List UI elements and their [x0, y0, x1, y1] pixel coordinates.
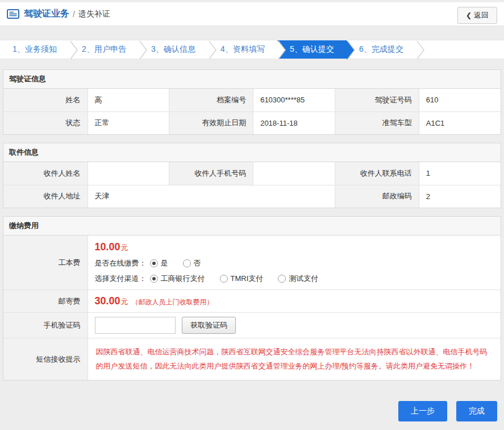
field-value-recipient-name	[88, 162, 169, 185]
field-value-recipient-phone: 1	[419, 162, 501, 185]
step-1-business-notice[interactable]: 1、业务须知	[0, 40, 69, 59]
field-label-sms-notice: 短信接收提示	[3, 338, 88, 381]
field-label-sms-code: 手机验证码	[3, 313, 88, 338]
field-label-status: 状态	[3, 111, 88, 134]
step-label: 6、完成提交	[359, 44, 403, 55]
radio-label: 测试支付	[289, 274, 318, 284]
field-label-recipient-phone: 收件人联系电话	[335, 162, 419, 185]
pickup-section-title: 取件信息	[3, 143, 501, 162]
field-value-expiry-date: 2018-11-18	[253, 111, 335, 134]
back-button[interactable]: ❮ 返回	[457, 7, 497, 24]
production-fee-amount: 10.00元	[95, 241, 494, 253]
radio-channel-tmri[interactable]: TMRI支付	[220, 274, 264, 284]
field-label-recipient-address: 收件人地址	[3, 185, 88, 208]
table-row: 短信接收提示 因陕西省联通、电信运营商技术问题，陕西省互联网交通安全综合服务管理…	[3, 338, 501, 381]
table-row: 状态 正常 有效期止日期 2018-11-18 准驾车型 A1C1	[3, 111, 501, 134]
payment-table: 工本费 10.00元 是否在线缴费： 是 否	[3, 235, 501, 380]
radio-channel-icbc[interactable]: 工商银行支付	[150, 274, 205, 284]
step-nav: 1、业务须知 2、用户申告 3、确认信息 4、资料填写 5、确认提交 6、完成提…	[0, 40, 504, 59]
radio-channel-test[interactable]: 测试支付	[278, 274, 318, 284]
radio-online-no[interactable]: 否	[183, 258, 201, 268]
sms-code-input[interactable]	[95, 317, 176, 334]
step-6-finish-submit[interactable]: 6、完成提交	[347, 40, 416, 59]
field-value-vehicle-class: A1C1	[419, 111, 501, 134]
page-header: 驾驶证业务 / 遗失补证 ❮ 返回	[0, 2, 504, 26]
radio-label: TMRI支付	[231, 274, 264, 284]
field-label-recipient-mobile: 收件人手机号码	[169, 162, 253, 185]
payment-section-title: 缴纳费用	[3, 217, 501, 235]
document-icon	[7, 9, 19, 19]
online-pay-line: 是否在线缴费： 是 否	[95, 258, 494, 268]
field-label-production-fee: 工本费	[3, 235, 88, 290]
step-label: 4、资料填写	[220, 44, 265, 55]
field-value-status: 正常	[88, 111, 169, 134]
fee-value: 10.00	[95, 241, 120, 253]
prev-step-button[interactable]: 上一步	[398, 401, 447, 421]
radio-label: 是	[161, 258, 168, 268]
fee-unit: 元	[121, 243, 128, 252]
field-label-recipient-name: 收件人姓名	[3, 162, 88, 185]
field-value-recipient-mobile	[253, 162, 335, 185]
table-row: 工本费 10.00元 是否在线缴费： 是 否	[3, 235, 501, 290]
radio-online-yes[interactable]: 是	[150, 258, 168, 268]
field-label-file-number: 档案编号	[169, 89, 253, 111]
table-row: 邮寄费 30.00元（邮政人员上门收取费用）	[3, 290, 501, 313]
step-label: 5、确认提交	[290, 44, 334, 55]
page-title: 驾驶证业务	[24, 8, 69, 20]
radio-label: 工商银行支付	[161, 274, 205, 284]
field-value-name: 高	[88, 89, 169, 111]
step-5-confirm-submit[interactable]: 5、确认提交	[277, 40, 347, 59]
license-info-table: 姓名 高 档案编号 610300****85 驾驶证号码 610 状态 正常 有…	[3, 89, 501, 134]
mailing-fee-note: （邮政人员上门收取费用）	[132, 298, 214, 306]
pickup-info-section: 取件信息 收件人姓名 收件人手机号码 收件人联系电话 1 收件人地址 天津 邮政…	[3, 143, 501, 208]
back-chevron-icon: ❮	[466, 11, 472, 19]
payment-section: 缴纳费用 工本费 10.00元 是否在线缴费： 是	[3, 216, 501, 381]
get-sms-code-button[interactable]: 获取验证码	[182, 317, 236, 334]
mailing-fee-cell: 30.00元（邮政人员上门收取费用）	[88, 290, 501, 313]
radio-unselected-icon	[220, 275, 228, 283]
page: 驾驶证业务 / 遗失补证 ❮ 返回 1、业务须知 2、用户申告 3、确认信息 4…	[0, 2, 504, 421]
sms-notice-cell: 因陕西省联通、电信运营商技术问题，陕西省互联网交通安全综合服务管理平台无法向持陕…	[88, 338, 501, 381]
step-4-fill-material[interactable]: 4、资料填写	[208, 40, 277, 59]
step-2-user-declaration[interactable]: 2、用户申告	[69, 40, 139, 59]
step-3-confirm-info[interactable]: 3、确认信息	[139, 40, 208, 59]
table-row: 收件人地址 天津 邮政编码 2	[3, 185, 501, 208]
breadcrumb-current: 遗失补证	[78, 9, 110, 19]
radio-unselected-icon	[278, 275, 286, 283]
finish-button[interactable]: 完成	[456, 401, 497, 421]
pay-channel-question: 选择支付渠道：	[95, 274, 147, 284]
table-row: 收件人姓名 收件人手机号码 收件人联系电话 1	[3, 162, 501, 185]
breadcrumb-separator: /	[73, 10, 75, 19]
sms-notice-text: 因陕西省联通、电信运营商技术问题，陕西省互联网交通安全综合服务管理平台无法向持陕…	[96, 345, 493, 373]
footer-actions: 上一步 完成	[0, 388, 504, 421]
production-fee-cell: 10.00元 是否在线缴费： 是 否 选择支	[88, 235, 501, 290]
online-pay-question: 是否在线缴费：	[95, 258, 147, 268]
field-value-file-number: 610300****85	[253, 89, 335, 111]
pickup-info-table: 收件人姓名 收件人手机号码 收件人联系电话 1 收件人地址 天津 邮政编码 2	[3, 162, 501, 208]
step-label: 1、业务须知	[13, 44, 57, 55]
fee-value: 30.00	[95, 295, 120, 307]
fee-unit: 元	[121, 297, 128, 306]
field-value-license-number: 610	[419, 89, 501, 111]
license-section-title: 驾驶证信息	[3, 70, 501, 89]
step-label: 2、用户申告	[82, 44, 126, 55]
field-label-expiry-date: 有效期止日期	[169, 111, 253, 134]
field-value-recipient-address: 天津	[88, 185, 335, 208]
pay-channel-line: 选择支付渠道： 工商银行支付 TMRI支付 测试支付	[95, 274, 494, 284]
table-row: 手机验证码 获取验证码	[3, 313, 501, 338]
radio-selected-icon	[150, 259, 158, 267]
field-label-vehicle-class: 准驾车型	[335, 111, 419, 134]
field-label-postal-code: 邮政编码	[335, 185, 419, 208]
field-label-license-number: 驾驶证号码	[335, 89, 419, 111]
field-label-name: 姓名	[3, 89, 88, 111]
step-label: 3、确认信息	[151, 44, 195, 55]
radio-selected-icon	[150, 275, 158, 283]
table-row: 姓名 高 档案编号 610300****85 驾驶证号码 610	[3, 89, 501, 111]
field-label-mailing-fee: 邮寄费	[3, 290, 88, 313]
radio-label: 否	[194, 258, 201, 268]
sms-code-cell: 获取验证码	[88, 313, 501, 338]
field-value-postal-code: 2	[419, 185, 501, 208]
back-button-label: 返回	[474, 10, 489, 20]
radio-unselected-icon	[183, 259, 191, 267]
license-info-section: 驾驶证信息 姓名 高 档案编号 610300****85 驾驶证号码 610 状…	[3, 69, 501, 135]
